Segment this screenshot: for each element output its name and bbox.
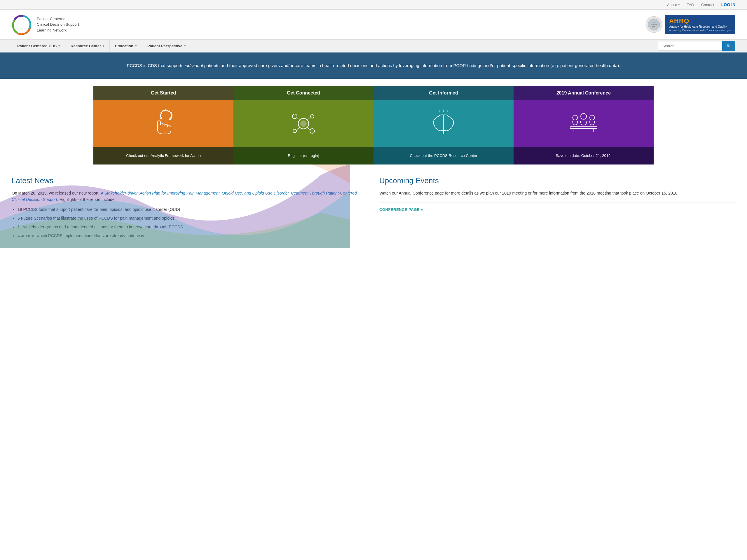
card-conference-footer: Save the date: October 21, 2019! [514, 147, 654, 164]
about-dropdown[interactable]: About ▾ [667, 3, 679, 7]
news-intro-paragraph: On March 28, 2019, we released our new r… [12, 190, 368, 203]
svg-point-7 [171, 117, 172, 118]
search-input[interactable] [658, 41, 722, 51]
nav-bar: Patient-Centered CDS ▾ Resource Center ▾… [0, 39, 747, 53]
svg-point-9 [171, 114, 172, 115]
svg-point-8 [171, 115, 172, 117]
list-item: 4 areas in which PCCDS implementation ef… [18, 233, 368, 239]
news-section: Latest News On March 28, 2019, we releas… [12, 176, 368, 241]
nav-item-education[interactable]: Education ▾ [110, 40, 142, 52]
events-divider [379, 202, 735, 203]
svg-point-40 [590, 115, 595, 120]
svg-line-35 [447, 110, 448, 112]
hero-banner: PCCDS is CDS that supports individual pa… [0, 53, 747, 79]
card-get-informed-footer: Check out the PCCDS Resource Center [374, 147, 514, 164]
svg-point-15 [162, 111, 163, 112]
svg-line-29 [297, 127, 300, 130]
conference-page-link[interactable]: CONFERENCE PAGE » [379, 207, 423, 212]
events-description: Watch our Annual Conference page for mor… [379, 190, 735, 196]
nav-item-pccds[interactable]: Patient-Centered CDS ▾ [12, 40, 66, 52]
events-title: Upcoming Events [379, 176, 735, 185]
svg-point-16 [161, 112, 162, 113]
svg-line-33 [439, 110, 440, 112]
cards-grid: Get Started [93, 86, 654, 164]
svg-point-23 [310, 115, 314, 118]
list-item: 11 stakeholder groups and recommended ac… [18, 224, 368, 231]
ahrq-logo: U.S. DEPT OF HHS AHRQ Agency for Healthc… [645, 15, 735, 34]
svg-point-17 [160, 114, 161, 115]
meeting-icon [569, 109, 598, 138]
events-section: Upcoming Events Watch our Annual Confere… [379, 176, 735, 241]
card-get-connected-icon [233, 100, 374, 147]
ahrq-name: AHRQ [669, 17, 731, 25]
list-item: 19 PCCDS tools that support patient care… [18, 206, 368, 213]
logo-area: Patient-Centered Clinical Decision Suppo… [12, 14, 79, 35]
top-bar: About ▾ FAQ Contact LOG IN [0, 0, 747, 10]
brain-icon [429, 109, 458, 138]
contact-link[interactable]: Contact [701, 3, 714, 7]
logo-line1: Patient-Centered [37, 16, 79, 22]
svg-point-10 [170, 112, 171, 113]
svg-line-28 [307, 127, 310, 130]
news-list: 19 PCCDS tools that support patient care… [18, 206, 368, 239]
ahrq-sub-text: Advancing Excellence in Health Care • ww… [669, 29, 731, 32]
cards-section: Get Started [0, 79, 747, 164]
svg-point-39 [581, 113, 587, 119]
search-icon: 🔍 [726, 44, 731, 48]
svg-text:HHS: HHS [652, 26, 656, 28]
site-logo-icon [12, 14, 32, 35]
card-get-started-title: Get Started [93, 86, 233, 100]
card-get-informed[interactable]: Get Informed [374, 86, 514, 164]
about-link[interactable]: About [667, 3, 677, 7]
card-get-started-footer: Check out our Analytic Framework for Act… [93, 147, 233, 164]
svg-text:U.S.: U.S. [652, 22, 656, 24]
card-conference-title: 2019 Annual Conference [514, 86, 654, 100]
svg-line-27 [307, 117, 310, 120]
svg-point-13 [165, 110, 166, 111]
svg-point-12 [167, 110, 168, 111]
nav-item-patient[interactable]: Patient Perspective ▾ [142, 40, 191, 52]
svg-text:DEPT OF: DEPT OF [651, 24, 657, 26]
page-wrapper: Get Started [0, 79, 747, 253]
nav-item-resource[interactable]: Resource Center ▾ [66, 40, 110, 52]
network-icon [289, 109, 318, 138]
svg-rect-41 [570, 127, 597, 129]
list-item: 5 Future Scenarios that illustrate the u… [18, 215, 368, 222]
svg-point-25 [293, 129, 297, 133]
svg-point-38 [573, 115, 578, 120]
news-intro-text: On March 28, 2019, we released our new r… [12, 191, 101, 195]
search-button[interactable]: 🔍 [722, 41, 735, 51]
logo-line2: Clinical Decision Support [37, 22, 79, 27]
news-title: Latest News [12, 176, 368, 185]
faq-link[interactable]: FAQ [687, 3, 694, 7]
education-arrow-icon: ▾ [135, 44, 136, 48]
resource-arrow-icon: ▾ [103, 44, 104, 48]
svg-point-22 [292, 114, 297, 119]
hero-text-after: patients and their approved care givers … [203, 63, 620, 68]
card-conference-icon [514, 100, 654, 147]
card-get-started[interactable]: Get Started [93, 86, 233, 164]
svg-point-6 [169, 119, 171, 120]
hand-icon [149, 109, 178, 138]
svg-line-26 [297, 117, 300, 120]
search-area: 🔍 [658, 41, 735, 51]
card-get-connected-title: Get Connected [233, 86, 374, 100]
pccds-arrow-icon: ▾ [58, 44, 60, 48]
login-link[interactable]: LOG IN [721, 2, 735, 7]
card-get-informed-icon [374, 100, 514, 147]
hero-text-before: PCCDS is CDS that supports [127, 63, 185, 68]
card-get-started-icon [93, 100, 233, 147]
card-get-informed-title: Get Informed [374, 86, 514, 100]
hero-text-italic: individual [185, 63, 203, 68]
news-link-suffix: . Highlights of the report include: [57, 197, 116, 202]
about-arrow-icon: ▾ [678, 3, 679, 6]
card-conference[interactable]: 2019 Annual Conference [514, 86, 654, 164]
header: Patient-Centered Clinical Decision Suppo… [0, 10, 747, 39]
content-section: Latest News On March 28, 2019, we releas… [0, 164, 747, 253]
svg-point-18 [160, 116, 161, 117]
card-get-connected[interactable]: Get Connected [233, 86, 374, 164]
svg-point-24 [310, 129, 314, 133]
ahrq-full-name: Agency for Healthcare Research and Quali… [669, 25, 731, 29]
patient-arrow-icon: ▾ [184, 44, 186, 48]
nav-items: Patient-Centered CDS ▾ Resource Center ▾… [12, 40, 658, 52]
